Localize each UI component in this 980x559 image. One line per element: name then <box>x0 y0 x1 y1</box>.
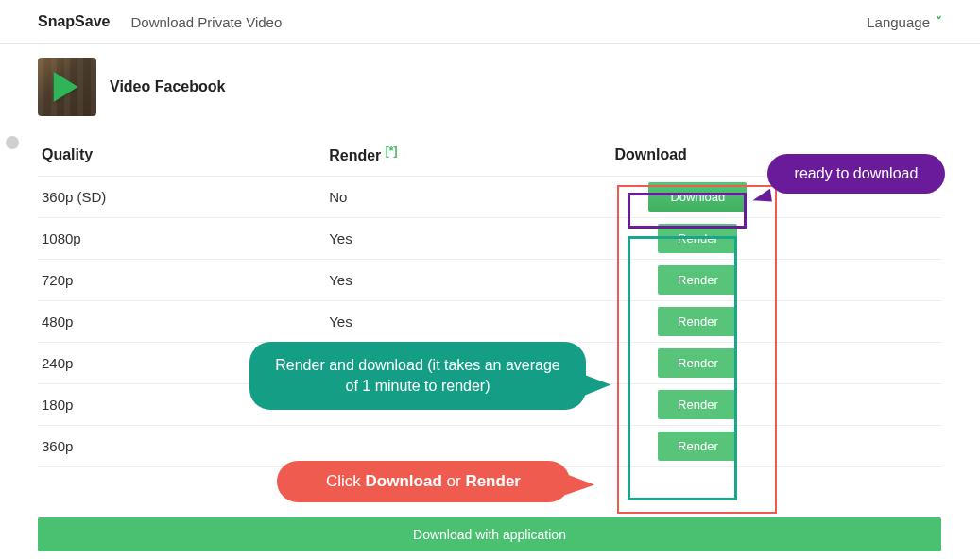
th-quality: Quality <box>38 133 323 177</box>
play-icon <box>54 72 78 102</box>
nav-download-private-video[interactable]: Download Private Video <box>130 14 282 30</box>
table-row: 1080p Yes Render <box>38 218 942 260</box>
video-header: Video Facebook <box>38 58 942 116</box>
cell-render: Yes <box>323 301 609 343</box>
table-row: 240p Render <box>38 343 942 384</box>
topbar: SnapSave Download Private Video Language… <box>0 0 980 44</box>
cell-quality: 1080p <box>38 218 323 260</box>
th-download: Download <box>609 133 942 177</box>
cell-render: No <box>323 177 609 218</box>
table-row: 720p Yes Render <box>38 260 942 301</box>
cell-download: Download <box>609 177 942 218</box>
quality-table: Quality Render [*] Download 360p (SD) No… <box>38 133 942 467</box>
cell-render <box>323 426 609 467</box>
brand-logo[interactable]: SnapSave <box>38 13 110 30</box>
annotation-callout-click-text: Click Download or Render <box>326 472 521 491</box>
table-row: 180p Yes Render <box>38 384 942 426</box>
cell-download: Render <box>609 260 942 301</box>
cell-download: Render <box>609 343 942 384</box>
table-row: 360p Render <box>38 426 942 467</box>
render-button[interactable]: Render <box>658 348 737 378</box>
cell-download: Render <box>609 426 942 467</box>
language-dropdown[interactable]: Language ˅ <box>867 14 942 30</box>
download-with-application-button[interactable]: Download with application <box>38 517 941 551</box>
render-button[interactable]: Render <box>658 432 737 461</box>
cell-render: Yes <box>323 260 609 301</box>
render-button[interactable]: Render <box>658 265 737 295</box>
th-render: Render [*] <box>323 133 609 177</box>
cell-render: Yes <box>323 384 609 426</box>
table-row: 480p Yes Render <box>38 301 942 343</box>
cell-render <box>323 343 609 384</box>
cell-quality: 480p <box>38 301 323 343</box>
render-button[interactable]: Render <box>658 390 737 419</box>
cell-download: Render <box>609 384 942 426</box>
chevron-down-icon: ˅ <box>936 14 942 29</box>
th-render-asterisk: [*] <box>386 144 398 158</box>
language-label: Language <box>867 14 930 30</box>
th-render-text: Render <box>329 147 381 163</box>
video-title: Video Facebook <box>110 78 225 95</box>
download-button[interactable]: Download <box>648 182 747 212</box>
cell-download: Render <box>609 218 942 260</box>
cell-quality: 360p (SD) <box>38 177 323 218</box>
cell-download: Render <box>609 301 942 343</box>
cell-quality: 360p <box>38 426 323 467</box>
cell-render: Yes <box>323 218 609 260</box>
render-button[interactable]: Render <box>658 307 737 336</box>
callout-tail-icon <box>565 474 595 498</box>
table-row: 360p (SD) No Download <box>38 177 942 218</box>
cell-quality: 240p <box>38 343 323 384</box>
cell-quality: 180p <box>38 384 323 426</box>
cell-quality: 720p <box>38 260 323 301</box>
video-thumbnail[interactable] <box>38 58 96 116</box>
render-button[interactable]: Render <box>658 224 737 253</box>
